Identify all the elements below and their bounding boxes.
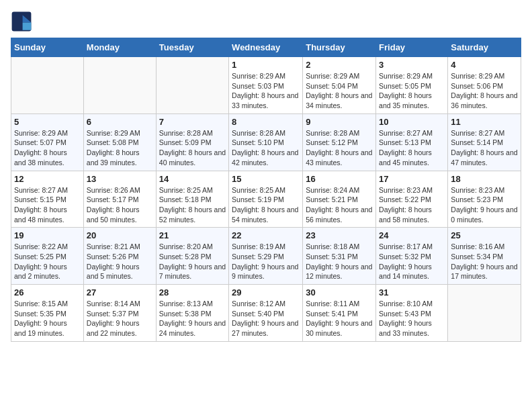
day-number: 23 [306,230,373,240]
daylight-label: Daylight: 8 hours and 35 minutes. [379,91,432,109]
calendar-cell: 28 Sunrise: 8:13 AM Sunset: 5:38 PM Dayl… [156,285,228,342]
daylight-label: Daylight: 8 hours and 34 minutes. [306,91,372,109]
daylight-label: Daylight: 8 hours and 58 minutes. [379,205,432,224]
day-info: Sunrise: 8:28 AM Sunset: 5:09 PM Dayligh… [159,128,226,168]
calendar-cell: 22 Sunrise: 8:19 AM Sunset: 5:29 PM Dayl… [229,228,303,285]
sunrise-label: Sunrise: 8:13 AM [159,300,213,308]
day-info: Sunrise: 8:24 AM Sunset: 5:21 PM Dayligh… [306,185,373,225]
daylight-label: Daylight: 8 hours and 54 minutes. [232,205,298,224]
calendar-cell: 20 Sunrise: 8:21 AM Sunset: 5:26 PM Dayl… [83,228,156,285]
sunrise-label: Sunrise: 8:27 AM [379,129,433,137]
day-number: 14 [159,174,226,184]
sunset-label: Sunset: 5:19 PM [232,195,284,203]
calendar-cell: 4 Sunrise: 8:29 AM Sunset: 5:06 PM Dayli… [448,57,521,114]
day-info: Sunrise: 8:28 AM Sunset: 5:12 PM Dayligh… [306,128,373,168]
sunrise-label: Sunrise: 8:25 AM [232,186,285,194]
day-number: 22 [232,230,300,240]
sunset-label: Sunset: 5:06 PM [451,82,503,90]
calendar-cell [11,57,84,114]
day-info: Sunrise: 8:28 AM Sunset: 5:10 PM Dayligh… [232,128,300,168]
daylight-label: Daylight: 9 hours and 27 minutes. [232,319,298,337]
daylight-label: Daylight: 8 hours and 56 minutes. [306,205,372,224]
sunset-label: Sunset: 5:21 PM [306,195,358,203]
day-number: 3 [379,60,445,70]
weekday-header: Friday [376,38,448,57]
day-number: 16 [306,174,373,184]
day-number: 26 [14,287,81,298]
logo-icon [11,11,32,32]
weekday-header: Tuesday [156,38,228,57]
sunrise-label: Sunrise: 8:29 AM [451,72,504,80]
calendar-cell: 13 Sunrise: 8:26 AM Sunset: 5:17 PM Dayl… [83,171,156,228]
calendar-cell [83,57,156,114]
sunset-label: Sunset: 5:37 PM [87,310,139,318]
daylight-label: Daylight: 8 hours and 52 minutes. [159,205,226,224]
sunset-label: Sunset: 5:07 PM [14,138,66,146]
daylight-label: Daylight: 9 hours and 30 minutes. [306,319,372,337]
calendar-cell: 1 Sunrise: 8:29 AM Sunset: 5:03 PM Dayli… [229,57,303,114]
sunset-label: Sunset: 5:35 PM [14,310,66,318]
sunset-label: Sunset: 5:04 PM [306,82,358,90]
calendar-cell: 19 Sunrise: 8:22 AM Sunset: 5:25 PM Dayl… [11,228,84,285]
daylight-label: Daylight: 8 hours and 38 minutes. [14,148,67,167]
calendar-cell: 7 Sunrise: 8:28 AM Sunset: 5:09 PM Dayli… [156,113,228,171]
weekday-header: Monday [83,38,156,57]
day-info: Sunrise: 8:16 AM Sunset: 5:34 PM Dayligh… [451,242,518,281]
sunset-label: Sunset: 5:03 PM [232,82,284,90]
calendar-cell: 16 Sunrise: 8:24 AM Sunset: 5:21 PM Dayl… [303,171,376,228]
day-info: Sunrise: 8:29 AM Sunset: 5:06 PM Dayligh… [451,71,518,111]
sunset-label: Sunset: 5:05 PM [379,82,431,90]
sunrise-label: Sunrise: 8:20 AM [159,242,213,250]
sunrise-label: Sunrise: 8:25 AM [159,186,213,194]
day-number: 29 [232,287,300,298]
daylight-label: Daylight: 9 hours and 33 minutes. [379,319,432,337]
calendar-cell: 12 Sunrise: 8:27 AM Sunset: 5:15 PM Dayl… [11,171,84,228]
day-info: Sunrise: 8:22 AM Sunset: 5:25 PM Dayligh… [14,242,81,281]
sunrise-label: Sunrise: 8:29 AM [14,129,68,137]
sunset-label: Sunset: 5:26 PM [87,253,139,261]
daylight-label: Daylight: 9 hours and 7 minutes. [159,263,226,281]
sunset-label: Sunset: 5:22 PM [379,195,431,203]
calendar-cell: 29 Sunrise: 8:12 AM Sunset: 5:40 PM Dayl… [229,285,303,342]
sunset-label: Sunset: 5:17 PM [87,195,139,203]
day-info: Sunrise: 8:29 AM Sunset: 5:03 PM Dayligh… [232,71,300,111]
sunrise-label: Sunrise: 8:26 AM [87,186,140,194]
day-number: 27 [87,287,153,298]
daylight-label: Daylight: 8 hours and 33 minutes. [232,91,298,109]
daylight-label: Daylight: 9 hours and 17 minutes. [451,263,517,281]
page-header [11,11,521,32]
day-info: Sunrise: 8:25 AM Sunset: 5:19 PM Dayligh… [232,185,300,225]
calendar-cell: 23 Sunrise: 8:18 AM Sunset: 5:31 PM Dayl… [303,228,376,285]
calendar-cell: 17 Sunrise: 8:23 AM Sunset: 5:22 PM Dayl… [376,171,448,228]
calendar-week-row: 19 Sunrise: 8:22 AM Sunset: 5:25 PM Dayl… [11,228,521,285]
sunset-label: Sunset: 5:29 PM [232,253,284,261]
sunrise-label: Sunrise: 8:14 AM [87,300,140,308]
sunrise-label: Sunrise: 8:29 AM [87,129,140,137]
day-number: 20 [87,230,153,240]
calendar-week-row: 5 Sunrise: 8:29 AM Sunset: 5:07 PM Dayli… [11,113,521,171]
day-info: Sunrise: 8:23 AM Sunset: 5:22 PM Dayligh… [379,185,445,225]
day-number: 30 [306,287,373,298]
day-number: 6 [87,117,153,127]
sunrise-label: Sunrise: 8:28 AM [306,129,359,137]
daylight-label: Daylight: 8 hours and 39 minutes. [87,148,140,167]
day-number: 10 [379,117,445,127]
day-number: 4 [451,60,518,70]
calendar-cell: 27 Sunrise: 8:14 AM Sunset: 5:37 PM Dayl… [83,285,156,342]
sunset-label: Sunset: 5:38 PM [159,310,212,318]
day-info: Sunrise: 8:18 AM Sunset: 5:31 PM Dayligh… [306,242,373,281]
daylight-label: Daylight: 9 hours and 0 minutes. [451,205,517,224]
day-info: Sunrise: 8:11 AM Sunset: 5:41 PM Dayligh… [306,299,373,338]
day-number: 31 [379,287,445,298]
sunset-label: Sunset: 5:40 PM [232,310,284,318]
day-info: Sunrise: 8:27 AM Sunset: 5:14 PM Dayligh… [451,128,518,168]
daylight-label: Daylight: 8 hours and 40 minutes. [159,148,226,167]
sunrise-label: Sunrise: 8:16 AM [451,242,504,250]
sunrise-label: Sunrise: 8:11 AM [306,300,359,308]
sunset-label: Sunset: 5:31 PM [306,253,358,261]
calendar-cell [448,285,521,342]
calendar-cell: 18 Sunrise: 8:23 AM Sunset: 5:23 PM Dayl… [448,171,521,228]
calendar-cell: 21 Sunrise: 8:20 AM Sunset: 5:28 PM Dayl… [156,228,228,285]
calendar-cell: 31 Sunrise: 8:10 AM Sunset: 5:43 PM Dayl… [376,285,448,342]
sunrise-label: Sunrise: 8:17 AM [379,242,433,250]
